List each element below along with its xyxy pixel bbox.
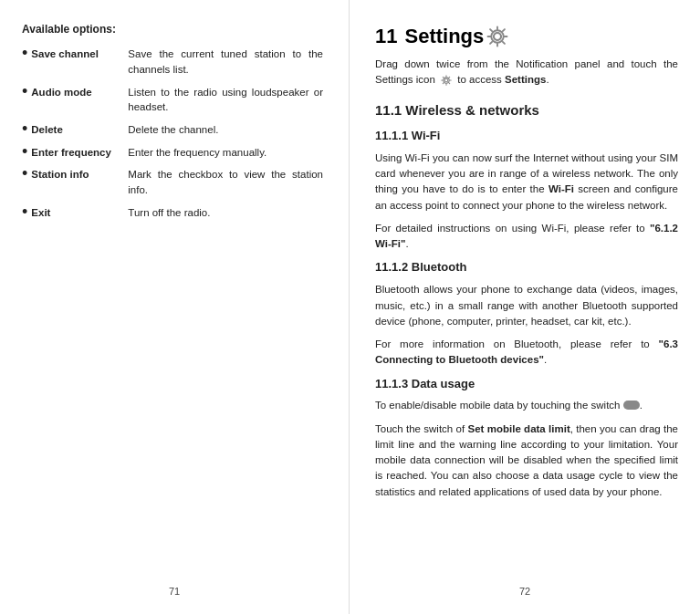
chapter-number: 11 [375,22,397,51]
svg-point-4 [444,78,448,82]
list-item: • Delete Delete the channel. [22,122,323,138]
list-item: • Station info Mark the checkbox to view… [22,167,323,197]
data-body2: Touch the switch of Set mobile data limi… [375,421,678,500]
left-page: Available options: • Save channel Save t… [0,0,350,614]
wifi-bold: Wi-Fi [549,183,574,194]
chapter-title: Settings [404,22,484,51]
svg-point-2 [495,33,502,40]
right-page: 11 Settings Drag down twice from the Not… [350,0,700,614]
option-desc: Mark the checkbox to view the station in… [128,167,323,197]
bullet-icon: • [22,45,27,61]
list-item: • Audio mode Listen to the radio using l… [22,85,323,115]
bullet-icon: • [22,203,27,220]
intro-text-2: to access [457,74,502,85]
bullet-icon: • [22,165,27,182]
bullet-icon: • [22,120,27,137]
intro-settings-strong: Settings [505,74,546,85]
section-11-1-1-heading: 11.1.1 Wi-Fi [375,128,678,145]
section-11-1-3-heading: 11.1.3 Data usage [375,376,678,393]
option-term: Audio mode [31,85,122,100]
option-desc: Listen to the radio using loudspeaker or… [128,85,323,115]
options-list: • Save channel Save the current tuned st… [22,47,323,220]
toggle-icon [623,401,640,410]
chapter-heading: 11 Settings [375,22,678,51]
list-item: • Save channel Save the current tuned st… [22,47,323,77]
option-desc: Turn off the radio. [128,205,210,221]
settings-gear-icon [484,23,511,50]
option-desc: Enter the frequency manually. [128,145,266,161]
bullet-icon: • [22,83,27,99]
bt-body1: Bluetooth allows your phone to exchange … [375,282,678,329]
intro-paragraph: Drag down twice from the Notification pa… [375,57,678,88]
bullet-icon: • [22,143,27,160]
page-number-right: 72 [519,585,530,599]
option-desc: Delete the channel. [128,122,218,138]
option-term: Station info [31,167,122,182]
option-term: Delete [31,122,122,138]
section-11-1-heading: 11.1 Wireless & networks [375,100,678,120]
intro-text-end: . [546,74,549,85]
inline-settings-icon [440,74,453,87]
list-item: • Enter frequency Enter the frequency ma… [22,145,323,161]
page-number-left: 71 [169,585,180,599]
left-section-title: Available options: [22,22,323,37]
option-term: Save channel [31,47,122,62]
option-term: Exit [31,205,122,221]
list-item: • Exit Turn off the radio. [22,205,323,221]
bt-body2: For more information on Bluetooth, pleas… [375,337,678,369]
option-desc: Save the current tuned station to the ch… [128,47,323,77]
section-11-1-2-heading: 11.1.2 Bluetooth [375,259,678,276]
wifi-body2: For detailed instructions on using Wi-Fi… [375,221,678,253]
option-term: Enter frequency [31,145,122,161]
wifi-body1: Using Wi-Fi you can now surf the Interne… [375,151,678,213]
data-body1: To enable/disable mobile data by touchin… [375,398,678,413]
data-limit-strong: Set mobile data limit [468,423,570,434]
